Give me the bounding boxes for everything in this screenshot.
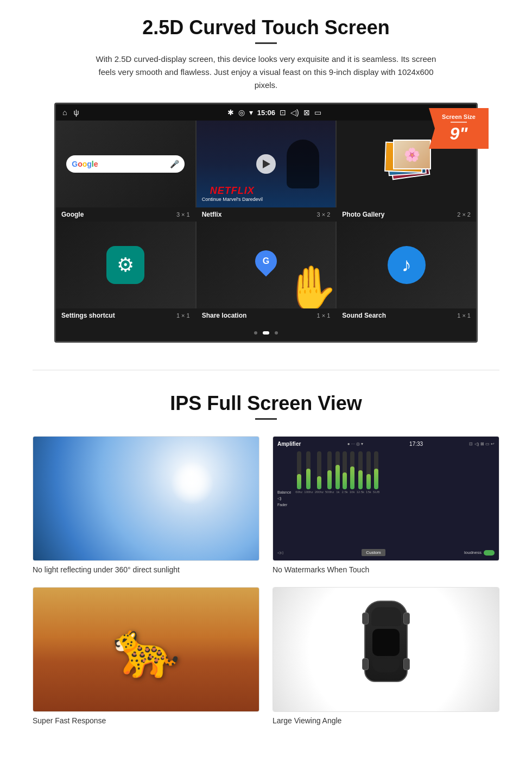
gallery-app-name: Photo Gallery	[342, 211, 384, 218]
car-image	[273, 587, 499, 712]
sound-app-name: Sound Search	[342, 312, 386, 319]
netflix-label: Netflix 3 × 2	[197, 207, 336, 222]
wifi-icon: ▾	[249, 108, 253, 117]
status-bar: ⌂ ψ ✱ ◎ ▾ 15:06 ⊡ ◁) ⊠ ▭	[56, 104, 476, 121]
eq-fill	[374, 469, 378, 490]
car-roof	[372, 629, 400, 656]
sun-glare	[170, 462, 214, 505]
amp-header: Amplifier ● ··· ◎ ▾ 17:33 ⊡ ◁) ⊠ ▭ ↩	[277, 441, 495, 447]
sound-label: Sound Search 1 × 1	[337, 308, 476, 323]
app-cell-share[interactable]: 🤚	[197, 222, 336, 308]
window-icon: ▭	[314, 108, 321, 117]
amp-title: Amplifier	[277, 441, 301, 447]
eq-track	[350, 451, 354, 489]
amp-custom-button[interactable]: Custom	[362, 549, 385, 556]
netflix-cell-content: NETFLIX Continue Marvel's Daredevil	[197, 121, 336, 207]
music-note-icon: ♪	[402, 254, 411, 276]
eq-bar-10k: 10k	[350, 451, 355, 494]
sunlight-image	[33, 436, 259, 561]
netflix-app-size: 3 × 2	[317, 211, 331, 218]
loudness-label: loudness	[464, 550, 482, 555]
cheetah-icon: 🐆	[112, 617, 180, 682]
app-cell-netflix[interactable]: NETFLIX Continue Marvel's Daredevil	[197, 121, 336, 207]
eq-fill	[358, 470, 363, 489]
cheetah-image: 🐆	[33, 587, 259, 712]
eq-label-15k: 15k	[366, 490, 371, 494]
eq-track	[374, 451, 378, 489]
eq-fill	[350, 466, 354, 489]
share-app-name: Share location	[202, 312, 247, 319]
status-time: 15:06	[257, 109, 275, 117]
home-icon[interactable]: ⌂	[62, 108, 67, 117]
google-mic-icon[interactable]: 🎤	[170, 160, 179, 168]
app-labels-bottom: Settings shortcut 1 × 1 Share location 1…	[56, 308, 476, 323]
app-cell-sound[interactable]: ♪	[337, 222, 476, 308]
badge-label: Screen Size	[433, 113, 484, 120]
settings-label: Settings shortcut 1 × 1	[56, 308, 195, 323]
car-top-view	[353, 601, 419, 698]
google-maps-icon	[251, 250, 281, 280]
netflix-app-name: Netflix	[202, 211, 222, 218]
eq-bar-100hz: 100hz	[304, 451, 313, 494]
google-logo: Google	[72, 160, 98, 168]
eq-track	[297, 451, 301, 489]
no-light-caption: No light reflecting under 360° direct su…	[33, 565, 259, 574]
eq-track	[317, 451, 321, 489]
section-divider	[33, 370, 499, 370]
share-app-size: 1 × 1	[317, 312, 331, 319]
feature-large-viewing: Large Viewing Angle	[273, 587, 499, 725]
maps-pin	[251, 245, 282, 276]
car-rear-window	[372, 659, 400, 672]
app-cell-google[interactable]: Google 🎤	[56, 121, 195, 207]
amplifier-image: Amplifier ● ··· ◎ ▾ 17:33 ⊡ ◁) ⊠ ▭ ↩ Bal…	[273, 436, 499, 561]
netflix-play-button[interactable]	[256, 154, 276, 174]
google-label: Google 3 × 1	[56, 207, 195, 222]
dot-1[interactable]	[254, 331, 257, 335]
google-cell-content: Google 🎤	[56, 121, 195, 207]
eq-fill	[335, 465, 340, 490]
eq-bar-200hz: 200hz	[315, 451, 324, 494]
eq-track	[366, 451, 371, 489]
amp-fader-label: Fader	[277, 503, 291, 507]
large-viewing-caption: Large Viewing Angle	[273, 716, 499, 725]
car-body	[364, 601, 408, 682]
sunlight-background	[33, 437, 259, 560]
eq-bar-1k: 1k	[335, 451, 340, 494]
badge-divider	[451, 122, 467, 123]
sound-app-size: 1 × 1	[457, 312, 471, 319]
car-wheel-front-left	[362, 613, 369, 624]
google-app-size: 3 × 1	[176, 211, 190, 218]
app-grid-top: Google 🎤 NETFLIX	[56, 121, 476, 207]
section1-description: With 2.5D curved-display screen, this de…	[92, 53, 440, 92]
google-search-bar[interactable]: Google 🎤	[66, 155, 185, 173]
sound-icon-wrap: ♪	[388, 246, 426, 284]
no-watermarks-caption: No Watermarks When Touch	[273, 565, 499, 574]
toggle-switch[interactable]	[484, 550, 495, 556]
status-center: ✱ ◎ ▾ 15:06 ⊡ ◁) ⊠ ▭	[227, 108, 321, 117]
eq-label-100hz: 100hz	[304, 490, 313, 494]
amp-loudness-toggle[interactable]: loudness	[464, 550, 495, 556]
badge-size: 9"	[433, 124, 484, 143]
amp-status: ● ··· ◎ ▾	[347, 441, 363, 446]
amp-bottom: ◁◁ Custom loudness	[277, 549, 495, 556]
eq-bar-2_5k: 2.5k	[341, 451, 347, 494]
dot-3[interactable]	[275, 331, 278, 335]
dot-2[interactable]	[263, 331, 269, 335]
app-cell-settings[interactable]: ⚙	[56, 222, 195, 308]
touch-hand-icon: 🤚	[284, 263, 335, 308]
eq-track	[306, 451, 311, 489]
eq-track	[343, 451, 347, 489]
settings-app-size: 1 × 1	[176, 312, 190, 319]
app-labels-top: Google 3 × 1 Netflix 3 × 2 Photo Gallery…	[56, 207, 476, 222]
gallery-label: Photo Gallery 2 × 2	[337, 207, 476, 222]
eq-track	[327, 451, 332, 489]
screen-size-badge: Screen Size 9"	[429, 108, 489, 149]
eq-label-2_5k: 2.5k	[341, 490, 347, 494]
battery-icon: ⊠	[303, 108, 310, 117]
amp-nav-back: ◁◁	[277, 551, 283, 555]
feature-grid: No light reflecting under 360° direct su…	[33, 436, 499, 725]
app-grid-bottom: ⚙ 🤚 ♪	[56, 222, 476, 308]
feature-fast-response: 🐆 Super Fast Response	[33, 587, 259, 725]
car-wheel-front-right	[403, 613, 410, 624]
eq-bar-sub: SUB	[373, 451, 379, 494]
